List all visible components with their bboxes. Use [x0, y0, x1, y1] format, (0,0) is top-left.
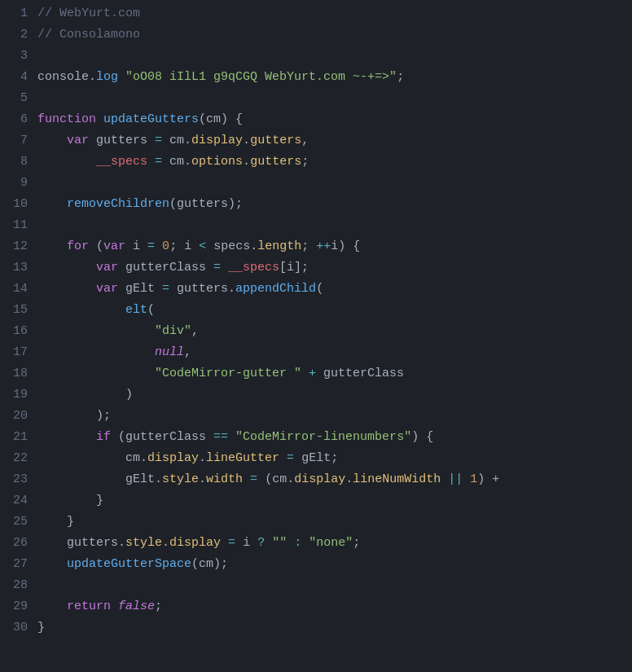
token-plain: gutterClass [316, 367, 404, 380]
token-function: removeChildren [67, 197, 169, 211]
line-number: 26 [8, 533, 28, 554]
token-plain: ; [301, 239, 316, 253]
token-plain: ) { [411, 430, 433, 444]
token-number: 1 [470, 472, 477, 486]
code-editor: 1234567891011121314151617181920212223242… [0, 0, 632, 672]
token-false: false [118, 600, 155, 613]
line-number: 15 [8, 300, 28, 321]
token-op: == [213, 430, 228, 444]
token-function: log [96, 70, 118, 84]
line-number: 9 [8, 173, 28, 194]
line-number: 19 [8, 384, 28, 406]
token-op: = [155, 155, 162, 169]
line-number: 12 [8, 236, 28, 257]
token-plain [279, 451, 287, 465]
token-plain: ( [316, 282, 323, 296]
code-line: ); [37, 406, 622, 427]
token-comment: // WebYurt.com [37, 7, 140, 20]
token-plain [37, 345, 155, 359]
code-line: gElt.style.width = (cm.display.lineNumWi… [37, 469, 622, 490]
token-prop: display [169, 536, 221, 550]
token-var: __specs [228, 261, 279, 275]
token-plain: cm [37, 451, 140, 465]
token-plain: ) + [477, 472, 499, 486]
code-line: } [37, 512, 622, 533]
token-plain: ); [37, 409, 111, 423]
line-number: 27 [8, 554, 28, 575]
token-plain [37, 600, 67, 613]
token-plain: (cm); [191, 557, 228, 571]
line-number: 28 [8, 575, 28, 596]
token-op: ++ [316, 239, 331, 253]
code-content[interactable]: // WebYurt.com// Consolamono console.log… [34, 3, 632, 669]
code-line: return false; [37, 596, 622, 617]
token-plain: . [89, 70, 96, 84]
token-plain [441, 472, 448, 486]
code-line: removeChildren(gutters); [37, 194, 622, 215]
token-plain: } [37, 621, 45, 635]
line-number: 29 [8, 596, 28, 617]
token-prop: display [294, 472, 345, 486]
token-plain: cm [162, 134, 184, 147]
token-op: = [287, 451, 294, 465]
token-plain: gElt [118, 282, 162, 296]
code-line: } [37, 617, 622, 639]
line-number: 21 [8, 427, 28, 448]
token-plain: . [243, 155, 250, 169]
token-plain [37, 303, 125, 317]
token-op: = [250, 472, 257, 486]
token-plain: . [287, 472, 294, 486]
token-plain: (gutters); [169, 197, 243, 211]
token-keyword: for [67, 239, 89, 253]
code-line: console.log "oO08 iIlL1 g9qCGQ WebYurt.c… [37, 67, 622, 88]
token-string: "div" [155, 324, 191, 338]
token-plain: . [228, 282, 235, 296]
token-plain [37, 557, 67, 571]
token-keyword: return [67, 600, 111, 613]
token-keyword: if [96, 430, 111, 444]
line-number: 18 [8, 363, 28, 384]
token-plain [37, 134, 67, 147]
token-prop: style [162, 472, 199, 486]
line-number: 10 [8, 194, 28, 215]
line-number: 22 [8, 448, 28, 469]
token-plain: ; i [169, 239, 199, 253]
token-plain: gutters [89, 134, 155, 147]
token-plain [287, 536, 294, 550]
line-number: 24 [8, 490, 28, 512]
token-string: "" [272, 536, 287, 550]
token-plain [301, 536, 309, 550]
token-keyword: function [37, 112, 96, 126]
token-plain: ; [155, 600, 162, 613]
code-line [37, 215, 622, 236]
code-line: "CodeMirror-gutter " + gutterClass [37, 363, 622, 384]
token-plain [243, 472, 250, 486]
token-var: __specs [96, 155, 147, 169]
token-plain: i [125, 239, 147, 253]
token-prop: gutters [250, 134, 301, 147]
token-plain: . [250, 239, 257, 253]
token-keyword: var [96, 282, 118, 296]
code-line: } [37, 490, 622, 512]
token-number: 0 [162, 239, 169, 253]
token-function: updateGutters [103, 112, 199, 126]
token-prop: style [125, 536, 162, 550]
line-number: 14 [8, 279, 28, 300]
token-prop: display [147, 451, 199, 465]
code-line: var gutterClass = __specs[i]; [37, 257, 622, 279]
token-op: || [448, 472, 463, 486]
token-plain: . [155, 472, 162, 486]
code-line: ) [37, 384, 622, 406]
token-plain [228, 430, 235, 444]
code-line: function updateGutters(cm) { [37, 109, 622, 130]
token-plain [155, 239, 162, 253]
token-plain: gElt; [294, 451, 338, 465]
token-plain [221, 261, 228, 275]
token-plain [221, 536, 228, 550]
token-plain: . [199, 451, 206, 465]
line-number: 6 [8, 109, 28, 130]
token-plain: . [199, 472, 206, 486]
token-op: = [155, 134, 162, 147]
token-op: < [199, 239, 206, 253]
token-plain: gutterClass [118, 261, 213, 275]
